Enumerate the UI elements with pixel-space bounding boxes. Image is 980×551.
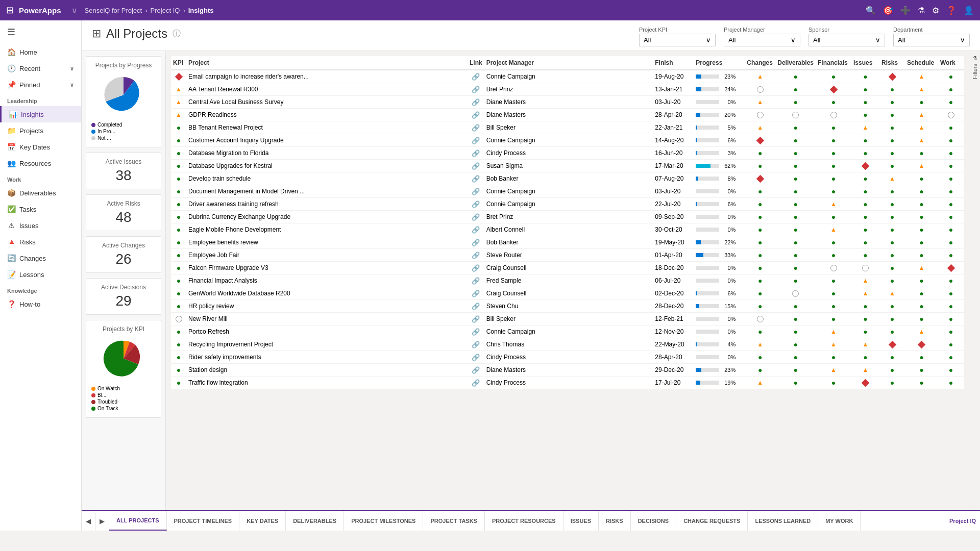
cell-link[interactable]: 🔗 (468, 325, 484, 338)
filter-select-dept[interactable]: All ∨ (893, 34, 970, 46)
cell-project[interactable]: Database Upgrades for Kestral (186, 160, 468, 172)
filter-select-sponsor[interactable]: All ∨ (808, 34, 885, 46)
cell-project[interactable]: Driver awareness training refresh (186, 198, 468, 211)
cell-project[interactable]: Station design (186, 364, 468, 377)
filter-select-kpi[interactable]: All ∨ (639, 34, 716, 46)
cell-project[interactable]: Employee Job Fair (186, 249, 468, 262)
table-row[interactable]: ▲ AA Tenant Renewal R300 🔗 Bret Prinz 13… (171, 83, 964, 96)
table-row[interactable]: ● Station design 🔗 Diane Masters 29-Dec-… (171, 364, 964, 377)
cell-link[interactable]: 🔗 (468, 300, 484, 313)
cell-link[interactable]: 🔗 (468, 338, 484, 351)
cell-link[interactable]: 🔗 (468, 83, 484, 96)
info-icon[interactable]: ⓘ (173, 29, 181, 39)
tab-project-timelines[interactable]: PROJECT TIMELINES (167, 511, 240, 531)
table-row[interactable]: ● Employee Job Fair 🔗 Steve Router 01-Ap… (171, 249, 964, 262)
table-row[interactable]: ● Database Migration to Florida 🔗 Cindy … (171, 147, 964, 160)
table-row[interactable]: ● HR policy review 🔗 Steven Chu 28-Dec-2… (171, 300, 964, 313)
right-filter-bar[interactable]: ⚗ Filters (969, 51, 980, 510)
tab-decisions[interactable]: DECISIONS (631, 511, 677, 531)
tab-risks[interactable]: RISKS (599, 511, 631, 531)
sidebar-item-tasks[interactable]: ✅ Tasks (0, 201, 81, 217)
cell-link[interactable]: 🔗 (468, 249, 484, 262)
cell-project[interactable]: Database Migration to Florida (186, 147, 468, 160)
table-row[interactable]: ● Recycling Improvement Project 🔗 Chris … (171, 338, 964, 351)
cell-link[interactable]: 🔗 (468, 274, 484, 287)
table-row[interactable]: ● Develop train schedule 🔗 Bob Banker 07… (171, 172, 964, 185)
sidebar-item-recent[interactable]: 🕐 Recent ∨ (0, 60, 81, 77)
cell-link[interactable]: 🔗 (468, 160, 484, 172)
sidebar-item-insights[interactable]: 📊 Insights (0, 106, 81, 122)
table-row[interactable]: ● Employee benefits review 🔗 Bob Banker … (171, 236, 964, 249)
cell-project[interactable]: Email campaign to increase rider's aware… (186, 70, 468, 83)
col-pm[interactable]: Project Manager (484, 56, 653, 70)
sidebar-item-home[interactable]: 🏠 Home (0, 44, 81, 60)
table-row[interactable]: ● Financial Impact Analysis 🔗 Fred Sampl… (171, 274, 964, 287)
cell-link[interactable]: 🔗 (468, 96, 484, 109)
table-row[interactable]: ● Rider safety improvements 🔗 Cindy Proc… (171, 351, 964, 364)
tab-deliverables[interactable]: DELIVERABLES (286, 511, 344, 531)
cell-link[interactable]: 🔗 (468, 313, 484, 325)
col-changes[interactable]: Changes (745, 56, 775, 70)
cell-project[interactable]: GenWorld Worldwide Database R200 (186, 287, 468, 300)
cell-link[interactable]: 🔗 (468, 134, 484, 147)
cell-project[interactable]: Dubrina Currency Exchange Upgrade (186, 211, 468, 223)
cell-link[interactable]: 🔗 (468, 223, 484, 236)
col-link[interactable]: Link (468, 56, 484, 70)
user-icon[interactable]: 👤 (964, 6, 974, 15)
table-row[interactable]: ● Driver awareness training refresh 🔗 Co… (171, 198, 964, 211)
cell-link[interactable]: 🔗 (468, 147, 484, 160)
cell-project[interactable]: HR policy review (186, 300, 468, 313)
cell-project[interactable]: Traffic flow integration (186, 377, 468, 389)
cell-project[interactable]: Portco Refresh (186, 325, 468, 338)
table-row[interactable]: ▲ GDPR Readiness 🔗 Diane Masters 28-Apr-… (171, 109, 964, 121)
table-row[interactable]: ● Database Upgrades for Kestral 🔗 Susan … (171, 160, 964, 172)
col-work[interactable]: Work (938, 56, 964, 70)
search-icon[interactable]: 🔍 (866, 6, 876, 15)
col-project[interactable]: Project (186, 56, 468, 70)
sidebar-item-issues[interactable]: ⚠ Issues (0, 217, 81, 234)
filter-icon[interactable]: ⚗ (918, 6, 925, 15)
tab-all-projects[interactable]: ALL PROJECTS (109, 511, 167, 531)
cell-link[interactable]: 🔗 (468, 351, 484, 364)
table-row[interactable]: ● GenWorld Worldwide Database R200 🔗 Cra… (171, 287, 964, 300)
table-row[interactable]: ● Eagle Mobile Phone Development 🔗 Alber… (171, 223, 964, 236)
cell-link[interactable]: 🔗 (468, 185, 484, 198)
table-row[interactable]: ● Falcon Firmware Upgrade V3 🔗 Craig Cou… (171, 262, 964, 274)
cell-project[interactable]: Develop train schedule (186, 172, 468, 185)
cell-project[interactable]: Document Management in Model Driven ... (186, 185, 468, 198)
sidebar-item-risks[interactable]: 🔺 Risks (0, 234, 81, 250)
table-row[interactable]: Email campaign to increase rider's aware… (171, 70, 964, 83)
sidebar-item-deliverables[interactable]: 📦 Deliverables (0, 185, 81, 201)
target-icon[interactable]: 🎯 (883, 6, 893, 15)
cell-project[interactable]: Employee benefits review (186, 236, 468, 249)
cell-link[interactable]: 🔗 (468, 377, 484, 389)
cell-project[interactable]: Eagle Mobile Phone Development (186, 223, 468, 236)
cell-link[interactable]: 🔗 (468, 287, 484, 300)
sidebar-item-how-to[interactable]: ❓ How-to (0, 296, 81, 312)
hamburger-menu[interactable]: ☰ (0, 20, 81, 44)
help-icon[interactable]: ❓ (946, 6, 957, 15)
table-row[interactable]: ▲ Central Ave Local Business Survey 🔗 Di… (171, 96, 964, 109)
table-row[interactable]: ● Document Management in Model Driven ..… (171, 185, 964, 198)
cell-project[interactable]: AA Tenant Renewal R300 (186, 83, 468, 96)
col-progress[interactable]: Progress (694, 56, 745, 70)
sidebar-item-changes[interactable]: 🔄 Changes (0, 250, 81, 266)
filter-select-pm[interactable]: All ∨ (724, 34, 800, 46)
tab-lessons-learned[interactable]: LESSONS LEARNED (748, 511, 818, 531)
col-kpi[interactable]: KPI (171, 56, 186, 70)
cell-link[interactable]: 🔗 (468, 262, 484, 274)
sidebar-item-resources[interactable]: 👥 Resources (0, 155, 81, 171)
cell-link[interactable]: 🔗 (468, 211, 484, 223)
cell-project[interactable]: GDPR Readiness (186, 109, 468, 121)
cell-project[interactable]: BB Tenant Renewal Project (186, 121, 468, 134)
cell-project[interactable]: New River Mill (186, 313, 468, 325)
col-deliverables[interactable]: Deliverables (775, 56, 816, 70)
cell-link[interactable]: 🔗 (468, 70, 484, 83)
tab-project-tasks[interactable]: PROJECT TASKS (423, 511, 484, 531)
table-row[interactable]: ● Portco Refresh 🔗 Connie Campaign 12-No… (171, 325, 964, 338)
tab-nav-left[interactable]: ◀ (82, 511, 95, 531)
table-row[interactable]: New River Mill 🔗 Bill Speker 12-Feb-21 0… (171, 313, 964, 325)
cell-link[interactable]: 🔗 (468, 172, 484, 185)
settings-icon[interactable]: ⚙ (932, 6, 939, 15)
col-financials[interactable]: Financials (816, 56, 851, 70)
